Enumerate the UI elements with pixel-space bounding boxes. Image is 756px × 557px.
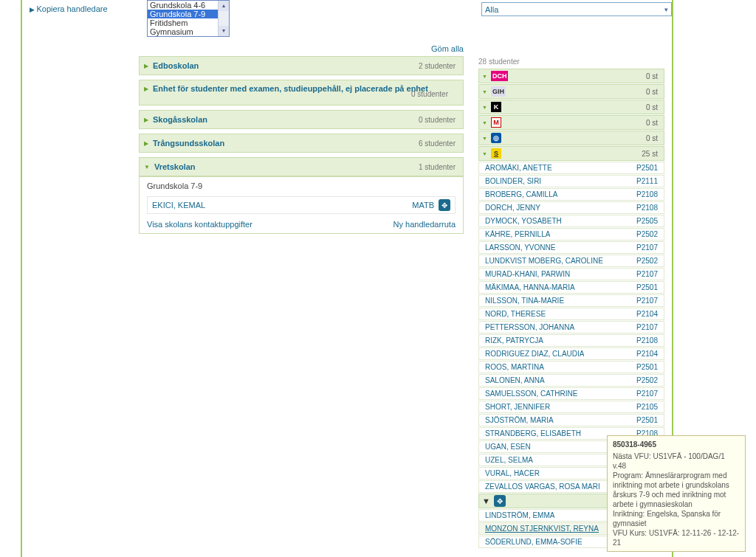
student-row[interactable]: NILSSON, TINA-MARIEP2107 [478,294,664,307]
uni-badge-icon: K [491,102,501,112]
scroll-down-icon[interactable]: ▾ [219,26,229,36]
uni-count: 0 st [646,72,658,80]
university-row[interactable]: ▼DCH0 st [478,69,664,83]
student-name[interactable]: DYMOCK, YOSABETH [485,217,562,225]
student-name[interactable]: SÖDERLUND, EMMA-SOFIE [485,538,583,546]
university-row[interactable]: ▼M0 st [478,115,664,130]
student-row[interactable]: LARSSON, YVONNEP2107 [478,241,664,254]
school-header[interactable]: ▶ Enhet för studenter med examen, studie… [139,80,464,105]
level-option[interactable]: Gymnasium [148,27,229,36]
hide-all-link[interactable]: Göm alla [431,44,464,53]
expand-icon[interactable]: ▼ [144,164,150,170]
assign-icon[interactable]: ✥ [439,199,450,211]
student-name[interactable]: KÅHRE, PERNILLA [485,230,550,238]
student-row[interactable]: NORD, THERESEP2104 [478,308,664,320]
student-row[interactable]: BROBERG, CAMILLAP2108 [478,188,664,201]
teacher-row[interactable]: EKICI, KEMALMATB✥ [147,196,456,214]
student-name[interactable]: LARSSON, YVONNE [485,243,555,252]
level-scrollbar[interactable]: ▴ ▾ [218,1,229,36]
school-header[interactable]: ▶ Edboskolan2 studenter [139,56,464,75]
scroll-up-icon[interactable]: ▴ [219,1,229,11]
student-name[interactable]: SHORT, JENNIFER [485,403,550,411]
collapse-icon[interactable]: ▼ [482,89,487,94]
student-name[interactable]: BROBERG, CAMILLA [485,190,557,198]
page: Kopiera handledare Grundskola 4-6 Grunds… [0,0,756,557]
student-name[interactable]: ZEVALLOS VARGAS, ROSA MARI [485,482,600,491]
expand-icon[interactable]: ▶ [144,86,148,92]
school-name[interactable]: Trångsundsskolan [153,139,224,148]
student-row[interactable]: RIZK, PATRYCJAP2108 [478,334,664,347]
student-name[interactable]: VURAL, HACER [485,469,540,477]
school-name[interactable]: Skogåsskolan [153,115,207,124]
university-row[interactable]: ▼GIH0 st [478,84,664,99]
student-row[interactable]: RODRIGUEZ DIAZ, CLAUDIAP2104 [478,347,664,360]
student-name[interactable]: UZEL, SELMA [485,456,533,464]
school-name[interactable]: Enhet för studenter med examen, studieup… [153,84,428,93]
student-row[interactable]: MURAD-KHANI, PARWINP2107 [478,268,664,280]
level-select[interactable]: Grundskola 4-6 Grundskola 7-9 Fritidshem… [147,0,230,37]
student-name[interactable]: NILSSON, TINA-MARIE [485,297,564,305]
student-name[interactable]: MURAD-KHANI, PARWIN [485,270,570,278]
student-code: P2501 [636,363,658,371]
student-name[interactable]: MONZON STJERNKVIST, REYNA [485,525,599,533]
student-name[interactable]: NORD, THERESE [485,310,546,318]
student-row[interactable]: LUNDKVIST MOBERG, CAROLINEP2502 [478,255,664,267]
school-contact-link[interactable]: Visa skolans kontaktuppgifter [147,220,252,229]
student-name[interactable]: MÄKIMAA, HANNA-MARIA [485,283,575,291]
collapse-icon[interactable]: ▼ [482,151,487,156]
student-name[interactable]: LINDSTRÖM, EMMA [485,511,554,519]
level-option-selected[interactable]: Grundskola 7-9 [148,10,229,18]
school-name[interactable]: Edboskolan [153,61,199,70]
student-row[interactable]: BOLINDER, SIRIP2111 [478,175,664,187]
student-row[interactable]: SALONEN, ANNAP2502 [478,374,664,387]
uni-badge-icon: DCH [491,71,509,81]
student-name[interactable]: SAMUELSSON, CATHRINE [485,390,577,398]
student-row[interactable]: KÅHRE, PERNILLAP2502 [478,228,664,241]
collapse-icon[interactable]: ▼ [482,497,490,505]
student-row[interactable]: PETTERSSON, JOHANNAP2107 [478,321,664,333]
uni-count: 0 st [646,134,658,142]
collapse-icon[interactable]: ▼ [482,136,487,141]
student-row[interactable]: DYMOCK, YOSABETHP2505 [478,215,664,227]
school-name[interactable]: Vretskolan [154,162,196,171]
school-header[interactable]: ▶ Skogåsskolan0 studenter [139,110,464,129]
student-name[interactable]: STRANDBERG, ELISABETH [485,429,581,437]
student-name[interactable]: AROMÄKI, ANETTE [485,164,552,172]
schools-column: Göm alla ▶ Edboskolan2 studenter▶ Enhet … [139,44,464,238]
student-code: P2107 [636,243,658,252]
student-name[interactable]: UGAN, ESEN [485,443,531,451]
collapse-icon[interactable]: ▼ [482,120,487,125]
university-row[interactable]: ▼K0 st [478,100,664,114]
student-name[interactable]: ROOS, MARTINA [485,363,544,371]
expand-icon[interactable]: ▶ [144,117,148,123]
student-name[interactable]: BOLINDER, SIRI [485,177,541,185]
level-option[interactable]: Grundskola 4-6 [148,1,229,10]
filter-dropdown[interactable]: Alla ▾ [481,2,672,16]
student-name[interactable]: RIZK, PATRYCJA [485,336,543,345]
student-name[interactable]: SJÖSTRÖM, MARIA [485,416,554,424]
expand-icon[interactable]: ▶ [144,140,148,147]
student-row[interactable]: SAMUELSSON, CATHRINEP2107 [478,387,664,400]
collapse-icon[interactable]: ▼ [482,74,487,79]
school-header[interactable]: ▼ Vretskolan1 studenter [139,157,464,176]
collapse-icon[interactable]: ▼ [482,105,487,110]
teacher-name[interactable]: EKICI, KEMAL [152,201,205,210]
student-name[interactable]: PETTERSSON, JOHANNA [485,323,574,331]
expand-icon[interactable]: ▶ [144,63,148,69]
student-row[interactable]: ROOS, MARTINAP2501 [478,361,664,373]
student-row[interactable]: AROMÄKI, ANETTEP2501 [478,162,664,174]
university-row[interactable]: ▼◎0 st [478,131,664,145]
student-row[interactable]: SJÖSTRÖM, MARIAP2501 [478,414,664,426]
student-name[interactable]: SALONEN, ANNA [485,376,545,384]
student-name[interactable]: DORCH, JENNY [485,204,540,212]
level-option[interactable]: Fritidshem [148,18,229,27]
university-row[interactable]: ▼S25 st [478,146,664,161]
student-row[interactable]: MÄKIMAA, HANNA-MARIAP2501 [478,281,664,294]
student-name[interactable]: RODRIGUEZ DIAZ, CLAUDIA [485,350,584,358]
student-row[interactable]: DORCH, JENNYP2108 [478,201,664,214]
student-name[interactable]: LUNDKVIST MOBERG, CAROLINE [485,257,603,265]
new-supervisor-link[interactable]: Ny handledarruta [394,220,456,229]
student-row[interactable]: SHORT, JENNIFERP2105 [478,401,664,413]
copy-supervisor-link[interactable]: Kopiera handledare [30,4,108,13]
school-header[interactable]: ▶ Trångsundsskolan6 studenter [139,134,464,153]
